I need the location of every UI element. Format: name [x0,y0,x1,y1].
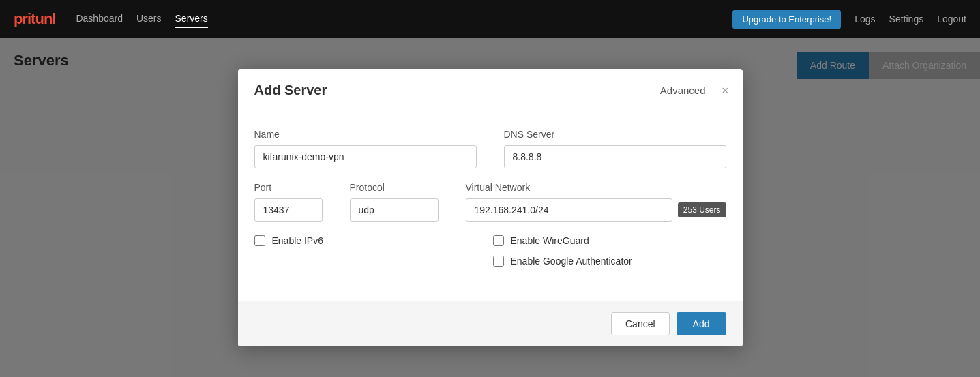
nav-links: Dashboard Users Servers [76,10,712,28]
google-auth-checkbox-group: Enable Google Authenticator [493,256,726,267]
enable-ipv6-checkbox[interactable] [254,235,265,246]
advanced-tab[interactable]: Advanced [660,85,706,96]
nav-servers[interactable]: Servers [175,10,208,28]
protocol-group: Protocol [350,182,439,222]
form-row-1: Name DNS Server [254,129,726,168]
dns-label: DNS Server [504,129,726,140]
logo: pritunl [14,10,55,28]
modal-close-button[interactable]: × [722,85,729,97]
nav-right-links: Logs Settings Logout [855,14,966,25]
enable-google-auth-checkbox[interactable] [493,256,504,267]
checkbox-row: Enable IPv6 Enable WireGuard Enable Goog… [254,235,726,276]
add-button[interactable]: Add [677,312,726,335]
checkbox-left: Enable IPv6 [254,235,466,276]
nav-logout[interactable]: Logout [937,14,966,25]
name-label: Name [254,129,477,140]
modal-title: Add Server [254,82,660,98]
virtual-network-group: Virtual Network 253 Users [466,182,726,222]
nav-dashboard[interactable]: Dashboard [76,10,123,28]
nav-settings[interactable]: Settings [889,14,924,25]
modal-footer: Cancel Add [238,301,743,346]
nav-users[interactable]: Users [136,10,162,28]
virtual-network-wrapper: 253 Users [466,198,726,222]
protocol-input[interactable] [350,198,439,222]
modal-overlay: Add Server Advanced × Name DNS Server [0,38,980,377]
ipv6-checkbox-group: Enable IPv6 [254,235,466,246]
nav-logs[interactable]: Logs [855,14,875,25]
main-content: Servers Add Route Attach Organization Ad… [0,38,980,377]
users-badge: 253 Users [678,202,726,217]
port-label: Port [254,182,323,193]
port-input[interactable] [254,198,323,222]
name-group: Name [254,129,477,168]
nav-right: Upgrade to Enterprise! Logs Settings Log… [732,10,966,29]
enable-wireguard-checkbox[interactable] [493,235,504,246]
upgrade-button[interactable]: Upgrade to Enterprise! [732,10,841,29]
wireguard-checkbox-group: Enable WireGuard [493,235,726,246]
cancel-button[interactable]: Cancel [611,312,670,335]
form-row-2: Port Protocol Virtual Network 253 Users [254,182,726,222]
virtual-network-label: Virtual Network [466,182,726,193]
navbar: pritunl Dashboard Users Servers Upgrade … [0,0,980,38]
modal-body: Name DNS Server Port Protocol [238,112,743,301]
port-group: Port [254,182,323,222]
enable-wireguard-label: Enable WireGuard [511,235,589,246]
dns-input[interactable] [504,145,726,168]
dns-group: DNS Server [504,129,726,168]
name-input[interactable] [254,145,477,168]
add-server-modal: Add Server Advanced × Name DNS Server [238,69,743,346]
protocol-label: Protocol [350,182,439,193]
checkbox-right: Enable WireGuard Enable Google Authentic… [493,235,726,276]
modal-header: Add Server Advanced × [238,69,743,112]
virtual-network-input[interactable] [466,198,672,222]
enable-ipv6-label: Enable IPv6 [272,235,324,246]
enable-google-auth-label: Enable Google Authenticator [511,256,632,267]
